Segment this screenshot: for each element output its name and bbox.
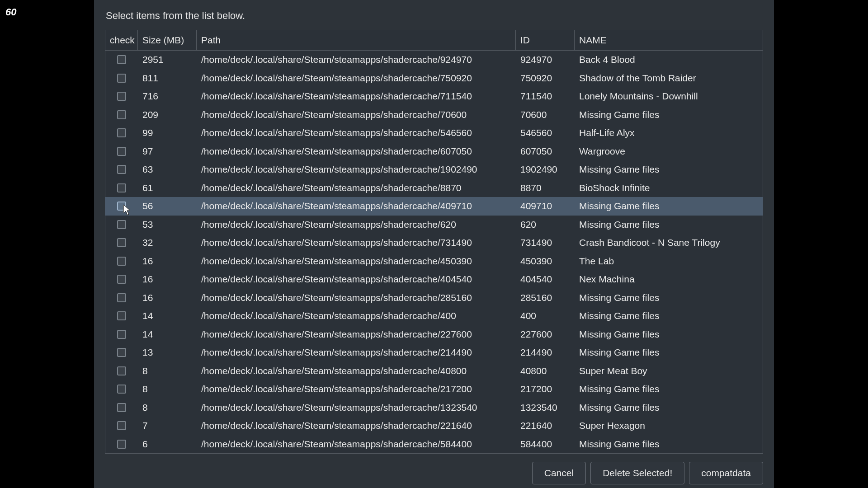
row-id: 1323540 (516, 402, 575, 413)
row-name: Missing Game files (575, 384, 763, 394)
checkbox[interactable] (117, 348, 126, 357)
row-id: 924970 (516, 54, 575, 65)
checkbox[interactable] (117, 330, 126, 339)
row-path: /home/deck/.local/share/Steam/steamapps/… (197, 54, 516, 65)
row-name: Missing Game files (575, 292, 763, 303)
table-row[interactable]: 209/home/deck/.local/share/Steam/steamap… (105, 106, 763, 124)
row-id: 409710 (516, 201, 575, 211)
row-checkbox-cell (105, 257, 138, 266)
table-row[interactable]: 2951/home/deck/.local/share/Steam/steama… (105, 51, 763, 69)
checkbox[interactable] (117, 220, 126, 229)
checkbox[interactable] (117, 275, 126, 284)
row-checkbox-cell (105, 311, 138, 320)
row-path: /home/deck/.local/share/Steam/steamapps/… (197, 420, 516, 431)
row-size: 8 (138, 402, 197, 413)
row-size: 53 (138, 219, 197, 230)
column-header-path[interactable]: Path (197, 30, 516, 50)
delete-button[interactable]: Delete Selected! (590, 462, 684, 484)
row-name: Missing Game files (575, 109, 763, 120)
checkbox[interactable] (117, 74, 126, 83)
table-header: check Size (MB) Path ID NAME (105, 30, 763, 51)
table-row[interactable]: 16/home/deck/.local/share/Steam/steamapp… (105, 289, 763, 307)
row-path: /home/deck/.local/share/Steam/steamapps/… (197, 439, 516, 450)
checkbox[interactable] (117, 128, 126, 137)
table-row[interactable]: 63/home/deck/.local/share/Steam/steamapp… (105, 160, 763, 179)
checkbox[interactable] (117, 366, 126, 375)
table-row[interactable]: 56/home/deck/.local/share/Steam/steamapp… (105, 197, 763, 216)
row-name: BioShock Infinite (575, 183, 763, 193)
table-row[interactable]: 97/home/deck/.local/share/Steam/steamapp… (105, 142, 763, 161)
table-row[interactable]: 7/home/deck/.local/share/Steam/steamapps… (105, 417, 763, 435)
row-size: 16 (138, 292, 197, 303)
table-row[interactable]: 14/home/deck/.local/share/Steam/steamapp… (105, 325, 763, 344)
row-path: /home/deck/.local/share/Steam/steamapps/… (197, 127, 516, 138)
checkbox[interactable] (117, 385, 126, 394)
column-header-size[interactable]: Size (MB) (138, 30, 197, 50)
row-checkbox-cell (105, 220, 138, 229)
row-size: 13 (138, 347, 197, 358)
table-row[interactable]: 6/home/deck/.local/share/Steam/steamapps… (105, 435, 763, 454)
row-checkbox-cell (105, 165, 138, 174)
row-id: 221640 (516, 420, 575, 431)
row-name: Lonely Mountains - Downhill (575, 91, 763, 102)
row-path: /home/deck/.local/share/Steam/steamapps/… (197, 402, 516, 413)
row-path: /home/deck/.local/share/Steam/steamapps/… (197, 109, 516, 120)
column-header-check[interactable]: check (105, 30, 138, 50)
column-header-id[interactable]: ID (516, 30, 575, 50)
instruction-text: Select items from the list below. (106, 10, 763, 22)
checkbox[interactable] (117, 55, 126, 64)
row-id: 750920 (516, 73, 575, 84)
row-name: Super Meat Boy (575, 366, 763, 376)
table-row[interactable]: 16/home/deck/.local/share/Steam/steamapp… (105, 252, 763, 271)
table-row[interactable]: 8/home/deck/.local/share/Steam/steamapps… (105, 380, 763, 399)
items-table: check Size (MB) Path ID NAME 2951/home/d… (105, 30, 763, 454)
table-row[interactable]: 61/home/deck/.local/share/Steam/steamapp… (105, 179, 763, 197)
checkbox[interactable] (117, 92, 126, 101)
checkbox[interactable] (117, 440, 126, 449)
row-path: /home/deck/.local/share/Steam/steamapps/… (197, 329, 516, 340)
checkbox[interactable] (117, 257, 126, 266)
table-body: 2951/home/deck/.local/share/Steam/steama… (105, 51, 763, 453)
dialog: Select items from the list below. check … (94, 0, 774, 488)
table-row[interactable]: 16/home/deck/.local/share/Steam/steamapp… (105, 270, 763, 289)
table-row[interactable]: 811/home/deck/.local/share/Steam/steamap… (105, 69, 763, 88)
checkbox[interactable] (117, 147, 126, 156)
row-name: Missing Game files (575, 402, 763, 413)
row-name: The Lab (575, 256, 763, 267)
row-id: 607050 (516, 146, 575, 157)
checkbox[interactable] (117, 202, 126, 211)
checkbox[interactable] (117, 293, 126, 302)
row-id: 546560 (516, 127, 575, 138)
row-id: 620 (516, 219, 575, 230)
row-checkbox-cell (105, 421, 138, 430)
table-row[interactable]: 99/home/deck/.local/share/Steam/steamapp… (105, 124, 763, 142)
checkbox[interactable] (117, 403, 126, 412)
row-name: Missing Game files (575, 219, 763, 230)
checkbox[interactable] (117, 421, 126, 430)
table-row[interactable]: 53/home/deck/.local/share/Steam/steamapp… (105, 216, 763, 234)
checkbox[interactable] (117, 311, 126, 320)
checkbox[interactable] (117, 238, 126, 247)
table-row[interactable]: 13/home/deck/.local/share/Steam/steamapp… (105, 343, 763, 362)
checkbox[interactable] (117, 183, 126, 192)
checkbox[interactable] (117, 165, 126, 174)
row-checkbox-cell (105, 385, 138, 394)
row-checkbox-cell (105, 147, 138, 156)
row-id: 584400 (516, 439, 575, 450)
table-row[interactable]: 716/home/deck/.local/share/Steam/steamap… (105, 87, 763, 106)
table-row[interactable]: 32/home/deck/.local/share/Steam/steamapp… (105, 234, 763, 252)
row-checkbox-cell (105, 293, 138, 302)
checkbox[interactable] (117, 110, 126, 119)
table-row[interactable]: 8/home/deck/.local/share/Steam/steamapps… (105, 362, 763, 380)
row-path: /home/deck/.local/share/Steam/steamapps/… (197, 274, 516, 285)
row-name: Missing Game files (575, 164, 763, 175)
cancel-button[interactable]: Cancel (532, 462, 586, 484)
row-name: Shadow of the Tomb Raider (575, 73, 763, 84)
column-header-name[interactable]: NAME (575, 30, 763, 50)
table-row[interactable]: 8/home/deck/.local/share/Steam/steamapps… (105, 399, 763, 417)
row-path: /home/deck/.local/share/Steam/steamapps/… (197, 219, 516, 230)
table-row[interactable]: 14/home/deck/.local/share/Steam/steamapp… (105, 307, 763, 325)
row-id: 214490 (516, 347, 575, 358)
row-checkbox-cell (105, 74, 138, 83)
compatdata-button[interactable]: compatdata (689, 462, 763, 484)
